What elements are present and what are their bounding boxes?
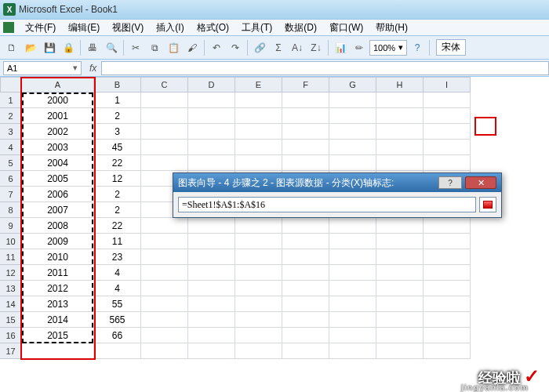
cell[interactable]	[141, 140, 188, 155]
cell[interactable]	[329, 343, 376, 359]
cell[interactable]	[424, 234, 471, 249]
cell[interactable]	[141, 312, 188, 328]
column-header[interactable]: H	[376, 77, 424, 93]
cell[interactable]	[282, 218, 329, 234]
cell[interactable]	[141, 249, 188, 265]
print-icon[interactable]: 🖶	[84, 39, 101, 56]
cell[interactable]	[188, 218, 235, 234]
cell[interactable]	[235, 265, 282, 281]
cell[interactable]	[141, 218, 188, 234]
cut-icon[interactable]: ✂	[127, 39, 144, 56]
cell[interactable]	[424, 296, 471, 312]
cell[interactable]: 2009	[22, 234, 94, 249]
sort-asc-icon[interactable]: A↓	[289, 39, 306, 56]
cell[interactable]	[141, 281, 188, 296]
cell[interactable]: 45	[94, 140, 141, 155]
row-header[interactable]: 9	[0, 218, 22, 234]
menu-item[interactable]: 视图(V)	[106, 22, 150, 33]
paste-icon[interactable]: 📋	[165, 39, 182, 56]
cell[interactable]	[424, 93, 471, 108]
cell[interactable]	[188, 249, 235, 265]
cell[interactable]	[282, 140, 329, 155]
cell[interactable]	[424, 281, 471, 296]
cell[interactable]: 2010	[22, 249, 94, 265]
row-header[interactable]: 17	[0, 343, 22, 359]
cell[interactable]	[235, 249, 282, 265]
cell[interactable]: 2001	[22, 108, 94, 124]
cell[interactable]	[235, 155, 282, 171]
cell[interactable]	[235, 108, 282, 124]
permission-icon[interactable]: 🔒	[60, 39, 77, 56]
cell[interactable]: 2002	[22, 124, 94, 140]
row-header[interactable]: 14	[0, 296, 22, 312]
fx-icon[interactable]: fx	[89, 63, 96, 74]
cell[interactable]	[188, 140, 235, 155]
cell[interactable]	[329, 93, 376, 108]
cell[interactable]: 2000	[22, 93, 94, 108]
collapse-dialog-button[interactable]	[479, 197, 496, 212]
cell[interactable]	[424, 124, 471, 140]
cell[interactable]: 2	[94, 187, 141, 202]
cell[interactable]	[22, 343, 94, 359]
copy-icon[interactable]: ⧉	[146, 39, 163, 56]
cell[interactable]	[141, 265, 188, 281]
cell[interactable]	[188, 155, 235, 171]
cell[interactable]	[235, 234, 282, 249]
cell[interactable]: 1	[94, 93, 141, 108]
cell[interactable]	[94, 343, 141, 359]
preview-icon[interactable]: 🔍	[103, 39, 120, 56]
cell[interactable]: 4	[94, 281, 141, 296]
cell[interactable]	[188, 93, 235, 108]
font-select[interactable]: 宋体	[436, 39, 466, 56]
cell[interactable]	[376, 296, 424, 312]
row-header[interactable]: 12	[0, 265, 22, 281]
cell[interactable]	[376, 93, 424, 108]
cell[interactable]	[141, 155, 188, 171]
cell[interactable]: 2015	[22, 328, 94, 343]
row-header[interactable]: 1	[0, 93, 22, 108]
column-header[interactable]: A	[22, 77, 94, 93]
row-header[interactable]: 10	[0, 234, 22, 249]
undo-icon[interactable]: ↶	[208, 39, 225, 56]
cell[interactable]	[141, 296, 188, 312]
name-box[interactable]: A1 ▾	[3, 61, 82, 75]
cell[interactable]	[282, 328, 329, 343]
cell[interactable]	[329, 218, 376, 234]
cell[interactable]	[282, 249, 329, 265]
cell[interactable]: 23	[94, 249, 141, 265]
cell[interactable]	[376, 328, 424, 343]
cell[interactable]	[141, 343, 188, 359]
cell[interactable]	[329, 249, 376, 265]
cell[interactable]	[188, 124, 235, 140]
menu-item[interactable]: 插入(I)	[150, 22, 190, 33]
cell[interactable]: 22	[94, 218, 141, 234]
dialog-close-button[interactable]: ✕	[465, 176, 496, 189]
cell[interactable]: 55	[94, 296, 141, 312]
cell[interactable]	[235, 218, 282, 234]
cell[interactable]	[424, 265, 471, 281]
cell[interactable]	[188, 234, 235, 249]
row-header[interactable]: 8	[0, 202, 22, 218]
cell[interactable]	[282, 296, 329, 312]
cell[interactable]	[329, 328, 376, 343]
row-header[interactable]: 2	[0, 108, 22, 124]
dialog-help-button[interactable]: ?	[438, 176, 462, 189]
cell[interactable]	[329, 296, 376, 312]
formula-input[interactable]	[101, 61, 549, 75]
cell[interactable]	[141, 108, 188, 124]
zoom-select[interactable]: 100% ▾	[369, 40, 407, 56]
cell[interactable]	[235, 140, 282, 155]
cell[interactable]: 2003	[22, 140, 94, 155]
sum-icon[interactable]: Σ	[270, 39, 287, 56]
cell[interactable]	[376, 281, 424, 296]
open-icon[interactable]: 📂	[22, 39, 39, 56]
cell[interactable]	[141, 124, 188, 140]
cell[interactable]	[329, 108, 376, 124]
link-icon[interactable]: 🔗	[251, 39, 268, 56]
cell[interactable]	[424, 343, 471, 359]
cell[interactable]	[235, 296, 282, 312]
cell[interactable]	[329, 124, 376, 140]
sort-desc-icon[interactable]: Z↓	[307, 39, 325, 56]
cell[interactable]	[376, 265, 424, 281]
cell[interactable]	[282, 281, 329, 296]
